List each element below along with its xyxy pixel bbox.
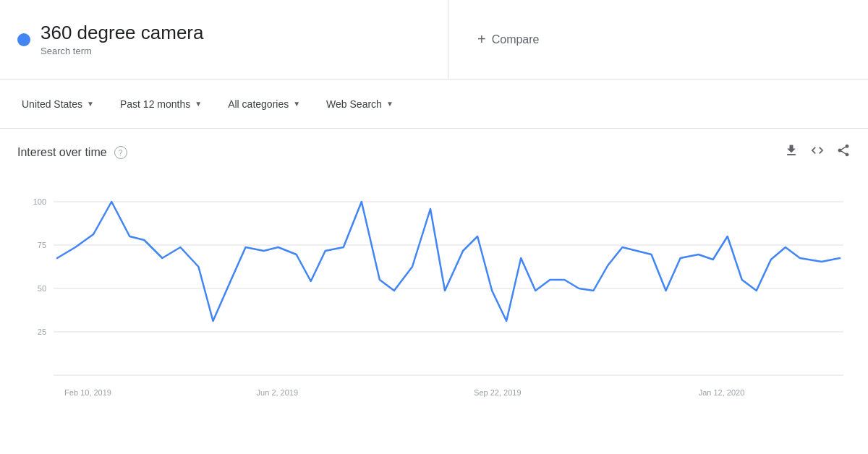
embed-icon[interactable] xyxy=(810,143,825,161)
period-label: Past 12 months xyxy=(120,98,190,110)
category-label: All categories xyxy=(228,98,289,110)
search-term-title: 360 degree camera xyxy=(41,22,203,44)
search-dot-indicator xyxy=(17,33,30,46)
download-icon[interactable] xyxy=(784,143,799,161)
region-dropdown-arrow: ▼ xyxy=(87,100,94,108)
chart-section: Interest over time ? 10 xyxy=(0,129,868,407)
svg-text:Jan 12, 2020: Jan 12, 2020 xyxy=(699,388,745,397)
chart-actions xyxy=(784,143,851,161)
compare-plus-icon: + xyxy=(477,31,486,48)
svg-text:100: 100 xyxy=(33,197,46,206)
svg-text:Jun 2, 2019: Jun 2, 2019 xyxy=(257,388,299,397)
share-icon[interactable] xyxy=(836,143,851,161)
filters-bar: United States ▼ Past 12 months ▼ All cat… xyxy=(0,80,868,129)
svg-text:25: 25 xyxy=(38,327,46,336)
search-type-dropdown-arrow: ▼ xyxy=(386,100,393,108)
search-type-label: Web Search xyxy=(326,98,382,110)
compare-section: + Compare xyxy=(448,0,868,79)
svg-text:Sep 22, 2019: Sep 22, 2019 xyxy=(474,388,522,397)
category-filter[interactable]: All categories ▼ xyxy=(218,93,310,116)
help-question-mark: ? xyxy=(119,148,123,157)
search-term-type: Search term xyxy=(41,46,92,56)
region-label: United States xyxy=(22,98,82,110)
search-term-section: 360 degree camera Search term xyxy=(0,0,448,79)
search-term-info: 360 degree camera Search term xyxy=(41,22,203,57)
region-filter[interactable]: United States ▼ xyxy=(12,93,104,116)
chart-title-area: Interest over time ? xyxy=(17,146,127,159)
compare-label: Compare xyxy=(492,33,540,46)
svg-text:75: 75 xyxy=(38,241,46,249)
help-icon[interactable]: ? xyxy=(114,146,127,159)
period-filter[interactable]: Past 12 months ▼ xyxy=(110,93,212,116)
search-type-filter[interactable]: Web Search ▼ xyxy=(316,93,404,116)
trend-chart: 100 75 50 25 Feb 10, 2019 Jun 2, 2019 Se… xyxy=(17,173,851,404)
page-header: 360 degree camera Search term + Compare xyxy=(0,0,868,80)
svg-text:Feb 10, 2019: Feb 10, 2019 xyxy=(64,388,111,397)
period-dropdown-arrow: ▼ xyxy=(195,100,202,108)
chart-header: Interest over time ? xyxy=(17,143,851,161)
chart-title: Interest over time xyxy=(17,146,107,159)
svg-text:50: 50 xyxy=(38,284,46,293)
category-dropdown-arrow: ▼ xyxy=(293,100,300,108)
chart-container: 100 75 50 25 Feb 10, 2019 Jun 2, 2019 Se… xyxy=(17,173,851,407)
compare-button[interactable]: + Compare xyxy=(477,31,540,48)
